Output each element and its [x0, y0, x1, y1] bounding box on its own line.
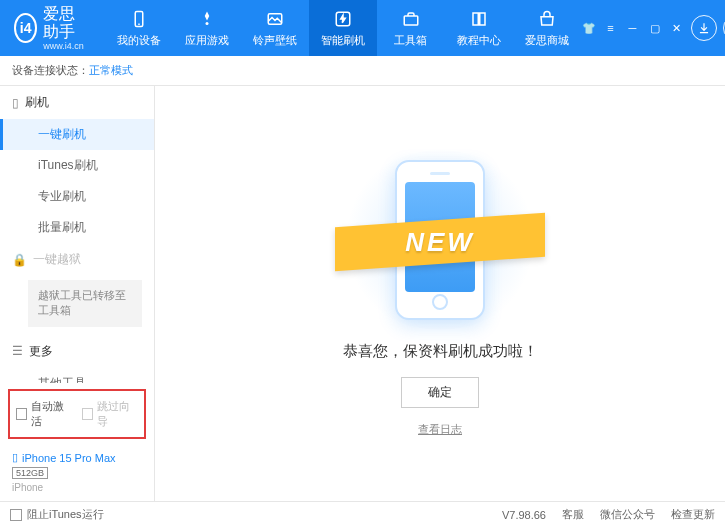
nav-store[interactable]: 爱思商城	[513, 0, 581, 56]
logo-icon: i4	[14, 13, 37, 43]
device-storage: 512GB	[12, 467, 48, 479]
phone-icon	[129, 9, 149, 29]
nav-tutorials[interactable]: 教程中心	[445, 0, 513, 56]
jailbreak-note: 越狱工具已转移至工具箱	[28, 280, 142, 327]
checkbox-icon	[82, 408, 93, 420]
window-controls: 👕 ≡ ─ ▢ ✕	[581, 0, 725, 56]
download-button[interactable]	[691, 15, 717, 41]
list-icon: ☰	[12, 344, 23, 358]
shirt-icon[interactable]: 👕	[581, 20, 597, 36]
checkbox-icon	[16, 408, 27, 420]
nav-flash[interactable]: 智能刷机	[309, 0, 377, 56]
footer: 阻止iTunes运行 V7.98.66 客服 微信公众号 检查更新	[0, 501, 725, 527]
app-logo: i4 爱思助手 www.i4.cn	[0, 5, 105, 50]
sidebar-header-more[interactable]: ☰ 更多	[0, 335, 154, 368]
image-icon	[265, 9, 285, 29]
device-info: ▯ iPhone 15 Pro Max 512GB iPhone	[0, 445, 154, 501]
store-icon	[537, 9, 557, 29]
sidebar-item-oneclick-flash[interactable]: 一键刷机	[0, 119, 154, 150]
status-value: 正常模式	[89, 63, 133, 78]
svg-point-2	[205, 22, 208, 25]
device-name[interactable]: ▯ iPhone 15 Pro Max	[12, 451, 142, 464]
sidebar: ▯ 刷机 一键刷机 iTunes刷机 专业刷机 批量刷机 🔒 一键越狱 越狱工具…	[0, 86, 155, 501]
maximize-icon[interactable]: ▢	[647, 20, 663, 36]
sidebar-item-pro-flash[interactable]: 专业刷机	[0, 181, 154, 212]
nav-ringtones[interactable]: 铃声壁纸	[241, 0, 309, 56]
options-highlight-box: 自动激活 跳过向导	[8, 389, 146, 439]
checkbox-auto-activate[interactable]: 自动激活	[16, 399, 72, 429]
ok-button[interactable]: 确定	[401, 377, 479, 408]
new-ribbon: NEW	[335, 213, 545, 272]
apps-icon	[197, 9, 217, 29]
lock-icon: 🔒	[12, 253, 27, 267]
success-message: 恭喜您，保资料刷机成功啦！	[343, 342, 538, 361]
top-nav: 我的设备 应用游戏 铃声壁纸 智能刷机 工具箱 教程中心 爱思商城	[105, 0, 581, 56]
checkbox-skip-guide[interactable]: 跳过向导	[82, 399, 138, 429]
nav-apps[interactable]: 应用游戏	[173, 0, 241, 56]
close-icon[interactable]: ✕	[669, 20, 685, 36]
menu-icon[interactable]: ≡	[603, 20, 619, 36]
svg-rect-5	[404, 16, 418, 25]
sidebar-header-flash[interactable]: ▯ 刷机	[0, 86, 154, 119]
checkbox-block-itunes[interactable]: 阻止iTunes运行	[10, 507, 104, 522]
sidebar-header-jailbreak: 🔒 一键越狱	[0, 243, 154, 276]
nav-my-device[interactable]: 我的设备	[105, 0, 173, 56]
app-name: 爱思助手	[43, 5, 90, 40]
titlebar: i4 爱思助手 www.i4.cn 我的设备 应用游戏 铃声壁纸 智能刷机 工具…	[0, 0, 725, 56]
flash-icon	[333, 9, 353, 29]
device-status-row: 设备连接状态： 正常模式	[0, 56, 725, 86]
footer-link-support[interactable]: 客服	[562, 507, 584, 522]
footer-link-update[interactable]: 检查更新	[671, 507, 715, 522]
nav-toolbox[interactable]: 工具箱	[377, 0, 445, 56]
minimize-icon[interactable]: ─	[625, 20, 641, 36]
sidebar-item-itunes-flash[interactable]: iTunes刷机	[0, 150, 154, 181]
view-log-link[interactable]: 查看日志	[418, 422, 462, 437]
phone-small-icon: ▯	[12, 96, 19, 110]
status-label: 设备连接状态：	[12, 63, 89, 78]
toolbox-icon	[401, 9, 421, 29]
phone-tiny-icon: ▯	[12, 451, 18, 464]
version-label: V7.98.66	[502, 509, 546, 521]
footer-link-wechat[interactable]: 微信公众号	[600, 507, 655, 522]
checkbox-icon	[10, 509, 22, 521]
app-url: www.i4.cn	[43, 41, 90, 51]
sidebar-item-other-tools[interactable]: 其他工具	[0, 368, 154, 383]
sidebar-item-batch-flash[interactable]: 批量刷机	[0, 212, 154, 243]
success-illustration: NEW	[340, 150, 540, 330]
book-icon	[469, 9, 489, 29]
device-type: iPhone	[12, 482, 142, 493]
main-content: NEW 恭喜您，保资料刷机成功啦！ 确定 查看日志	[155, 86, 725, 501]
